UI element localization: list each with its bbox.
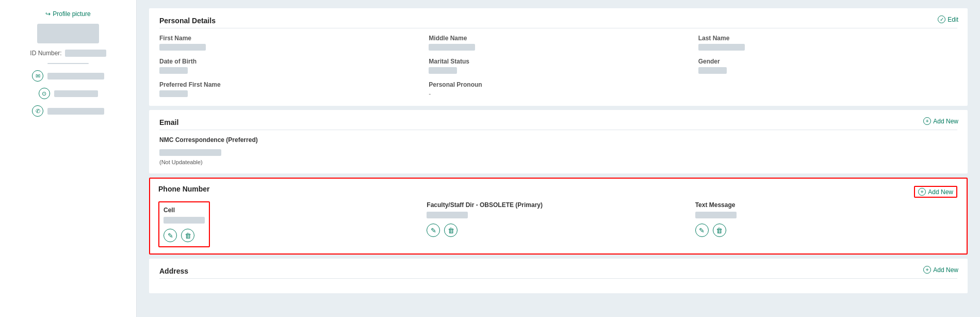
phone-cell-field: Cell ✎ 🗑: [164, 207, 205, 242]
edit-label: Edit: [948, 16, 958, 23]
main-content: Personal Details ✓ Edit First Name Middl…: [137, 0, 980, 317]
first-name-field: First Name: [159, 35, 418, 51]
pronoun-field: Personal Pronoun -: [429, 81, 688, 98]
edit-icon: ✓: [938, 15, 945, 23]
preferred-name-label: Preferred First Name: [159, 81, 418, 88]
email-value: [47, 73, 104, 80]
address-add-new-label: Add New: [933, 266, 958, 274]
phone-faculty-field: Faculty/Staff Dir - OBSOLETE (Primary) ✎…: [427, 201, 690, 247]
cell-delete-button[interactable]: 🗑: [181, 229, 194, 242]
last-name-field: Last Name: [698, 35, 957, 51]
phone-add-new-label: Add New: [928, 188, 953, 196]
id-label: ID Number:: [30, 50, 61, 57]
text-message-label: Text Message: [695, 201, 958, 209]
phone-add-new-plus-icon: +: [918, 188, 926, 196]
phone-icon: ✆: [32, 105, 43, 117]
email-row: ✉: [10, 70, 126, 82]
id-value: [65, 50, 106, 57]
pronoun-label: Personal Pronoun: [429, 81, 688, 88]
not-updateable-label: (Not Updateable): [159, 159, 957, 165]
pronoun-value: -: [429, 90, 688, 98]
phone-row: ✆: [10, 105, 126, 117]
faculty-actions: ✎ 🗑: [427, 224, 690, 237]
email-type-label: NMC Correspondence (Preferred): [159, 136, 957, 144]
sidebar-divider: [47, 63, 89, 64]
text-delete-button[interactable]: 🗑: [713, 224, 726, 237]
first-name-label: First Name: [159, 35, 418, 42]
profile-picture-label: Profile picture: [45, 10, 90, 18]
cell-actions: ✎ 🗑: [164, 229, 205, 242]
text-actions: ✎ 🗑: [695, 224, 958, 237]
email-icon: ✉: [32, 70, 43, 82]
address-title: Address: [159, 267, 957, 279]
phone-section-title: Phone Number: [158, 185, 958, 196]
phone-add-new-button[interactable]: + Add New: [914, 186, 957, 198]
text-value: [695, 212, 737, 218]
preferred-name-value: [159, 90, 188, 97]
personal-details-section: Personal Details ✓ Edit First Name Middl…: [149, 8, 968, 106]
add-new-plus-icon: +: [923, 117, 931, 125]
personal-details-title: Personal Details: [159, 17, 957, 28]
marital-field: Marital Status: [429, 58, 688, 74]
edit-button[interactable]: ✓ Edit: [938, 15, 958, 23]
email-title: Email: [159, 118, 957, 130]
email-entry: NMC Correspondence (Preferred) (Not Upda…: [159, 136, 957, 165]
faculty-delete-button[interactable]: 🗑: [444, 224, 458, 237]
gender-value: [698, 67, 727, 74]
text-edit-button[interactable]: ✎: [695, 224, 709, 237]
email-value-bar: [159, 149, 221, 156]
faculty-label: Faculty/Staff Dir - OBSOLETE (Primary): [427, 201, 690, 209]
profile-avatar: [37, 24, 99, 43]
location-icon: ⊙: [39, 88, 50, 99]
dob-label: Date of Birth: [159, 58, 418, 65]
phone-cell-container: Cell ✎ 🗑: [158, 201, 210, 247]
middle-name-field: Middle Name: [429, 35, 688, 51]
address-add-new-button[interactable]: + Add New: [923, 266, 958, 274]
email-section: Email + Add New NMC Correspondence (Pref…: [149, 110, 968, 173]
cell-value: [164, 217, 205, 224]
phone-grid: Cell ✎ 🗑 Faculty/Staff Dir - OBSOLETE (P…: [158, 201, 958, 247]
marital-value: [429, 67, 457, 74]
phone-value: [47, 108, 104, 115]
last-name-value: [698, 44, 745, 51]
cell-label: Cell: [164, 207, 205, 214]
address-add-new-plus-icon: +: [923, 266, 931, 274]
first-name-value: [159, 44, 206, 51]
address-section: Address + Add New: [149, 259, 968, 293]
faculty-value: [427, 212, 468, 218]
location-row: ⊙: [10, 88, 126, 99]
personal-details-grid: First Name Middle Name Last Name Date of…: [159, 35, 957, 98]
phone-number-section: Phone Number + Add New Cell ✎ 🗑 Faculty/…: [149, 178, 968, 255]
email-add-new-button[interactable]: + Add New: [923, 117, 958, 125]
dob-field: Date of Birth: [159, 58, 418, 74]
phone-text-field: Text Message ✎ 🗑: [695, 201, 958, 247]
middle-name-value: [429, 44, 475, 51]
gender-field: Gender: [698, 58, 957, 74]
gender-label: Gender: [698, 58, 957, 65]
preferred-name-field: Preferred First Name: [159, 81, 418, 98]
id-number-row: ID Number:: [10, 50, 126, 57]
sidebar: Profile picture ID Number: ✉ ⊙ ✆: [0, 0, 137, 317]
marital-label: Marital Status: [429, 58, 688, 65]
middle-name-label: Middle Name: [429, 35, 688, 42]
location-value: [54, 90, 98, 97]
dob-value: [159, 67, 188, 74]
cell-edit-button[interactable]: ✎: [164, 229, 177, 242]
email-add-new-label: Add New: [933, 118, 958, 125]
last-name-label: Last Name: [698, 35, 957, 42]
faculty-edit-button[interactable]: ✎: [427, 224, 440, 237]
